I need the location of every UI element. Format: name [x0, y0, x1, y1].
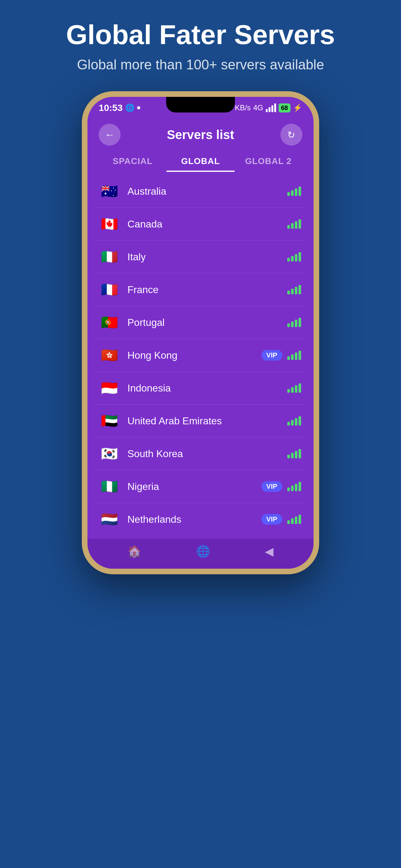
signal-strength [287, 482, 301, 491]
tab-global2[interactable]: GLOBAL 2 [235, 152, 302, 172]
signal-strength [287, 252, 301, 261]
tab-spacial[interactable]: SPACIAL [99, 152, 166, 172]
flag-icon: 🇮🇩 [100, 380, 119, 396]
signal-strength [287, 416, 301, 426]
arrow-icon: ◀ [265, 545, 274, 558]
phone-frame: 10:53 🌐 .90 KB/s 4G 68 ⚡ ← [82, 91, 319, 574]
server-item[interactable]: 🇦🇺Australia [95, 175, 306, 208]
country-name: United Arab Emirates [127, 415, 282, 427]
header-title: Servers list [167, 128, 234, 142]
country-name: Netherlands [127, 514, 258, 525]
tabs-container: SPACIAL GLOBAL GLOBAL 2 [88, 152, 313, 172]
flag-icon: 🇵🇹 [100, 314, 119, 331]
nav-home[interactable]: 🏠 [127, 545, 141, 559]
notch [166, 97, 235, 113]
country-name: France [127, 284, 282, 296]
server-item[interactable]: 🇮🇩Indonesia [95, 372, 306, 405]
server-item[interactable]: 🇮🇹Italy [95, 241, 306, 273]
status-network: 4G [253, 103, 263, 112]
server-item[interactable]: 🇰🇷South Korea [95, 437, 306, 470]
status-bar: 10:53 🌐 .90 KB/s 4G 68 ⚡ [88, 97, 313, 116]
country-name: Canada [127, 218, 282, 230]
status-dot [137, 106, 140, 110]
battery-indicator: 68 [278, 103, 291, 113]
flag-icon: 🇨🇦 [100, 216, 119, 232]
signal-strength [287, 449, 301, 458]
flag-icon: 🇦🇪 [100, 413, 119, 429]
app-header: ← Servers list ↻ [88, 116, 313, 152]
flag-icon: 🇫🇷 [100, 281, 119, 298]
country-name: Hong Kong [127, 350, 258, 361]
nav-back[interactable]: ◀ [265, 545, 274, 559]
flag-icon: 🇭🇰 [100, 347, 119, 363]
server-item[interactable]: 🇫🇷France [95, 273, 306, 306]
signal-strength [287, 318, 301, 327]
refresh-button[interactable]: ↻ [280, 124, 302, 146]
app-content: ← Servers list ↻ SPACIAL GLOBAL GLOBAL 2… [88, 116, 313, 535]
server-item[interactable]: 🇳🇱NetherlandsVIP [95, 503, 306, 535]
globe-icon: 🌐 [196, 545, 210, 558]
bottom-nav: 🏠 🌐 ◀ [88, 539, 313, 569]
lightning-icon: ⚡ [293, 103, 302, 112]
country-name: South Korea [127, 448, 282, 460]
home-icon: 🏠 [127, 545, 141, 558]
phone-inner: 10:53 🌐 .90 KB/s 4G 68 ⚡ ← [88, 97, 313, 569]
flag-icon: 🇦🇺 [100, 183, 119, 199]
server-item[interactable]: 🇵🇹Portugal [95, 306, 306, 339]
flag-icon: 🇳🇱 [100, 511, 119, 527]
country-name: Portugal [127, 317, 282, 329]
flag-icon: 🇰🇷 [100, 445, 119, 462]
vip-badge: VIP [261, 350, 282, 361]
flag-icon: 🇳🇬 [100, 478, 119, 495]
signal-strength [287, 383, 301, 393]
status-emoji: 🌐 [125, 103, 135, 112]
country-name: Italy [127, 251, 282, 263]
server-list: 🇦🇺Australia🇨🇦Canada🇮🇹Italy🇫🇷France🇵🇹Port… [88, 175, 313, 535]
server-item[interactable]: 🇨🇦Canada [95, 208, 306, 241]
signal-strength [287, 187, 301, 196]
flag-icon: 🇮🇹 [100, 249, 119, 265]
server-item[interactable]: 🇦🇪United Arab Emirates [95, 405, 306, 437]
signal-strength [287, 285, 301, 294]
status-time: 10:53 🌐 [99, 102, 140, 113]
page-subtitle: Global more than 100+ servers available [77, 57, 324, 72]
nav-globe[interactable]: 🌐 [196, 545, 210, 559]
server-item[interactable]: 🇳🇬NigeriaVIP [95, 470, 306, 503]
vip-badge: VIP [261, 514, 282, 525]
signal-strength [287, 515, 301, 524]
back-button[interactable]: ← [99, 124, 121, 146]
server-item[interactable]: 🇭🇰Hong KongVIP [95, 339, 306, 372]
signal-strength [287, 350, 301, 360]
page-title: Global Fater Servers [66, 19, 335, 51]
country-name: Indonesia [127, 382, 282, 394]
vip-badge: VIP [261, 481, 282, 492]
country-name: Australia [127, 186, 282, 197]
country-name: Nigeria [127, 481, 258, 492]
signal-bars [266, 103, 276, 112]
tab-global[interactable]: GLOBAL [166, 152, 234, 172]
signal-strength [287, 219, 301, 229]
